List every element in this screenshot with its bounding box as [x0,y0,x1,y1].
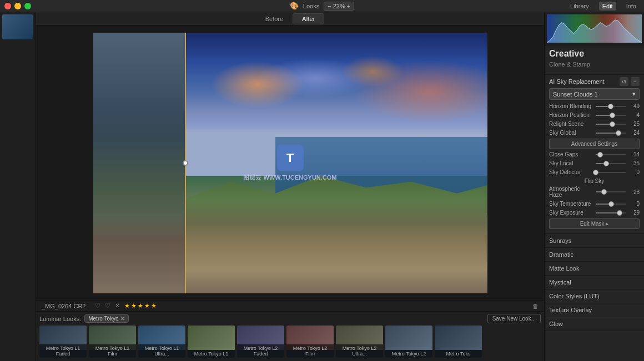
slider-track-9[interactable] [596,212,626,213]
ai-sky-section: AI Sky Replacement ↺ − Sunset Clouds 1 ▾… [545,75,644,234]
section-matte-look[interactable]: Matte Look [545,262,644,276]
look-thumb-4[interactable]: Metro Tokyo L2 Faded [237,326,284,358]
sky-title: AI Sky Replacement [549,78,605,85]
slider-atmo-haze: Atmospheric Haze 28 [549,186,640,198]
section-sunrays[interactable]: Sunrays [545,234,644,248]
panel-subtitle[interactable]: Clone & Stamp [549,61,640,68]
look-thumb-2[interactable]: Metro Tokyo L1 Ultra... [138,326,185,358]
look-thumb-image-8 [435,326,482,350]
look-thumb-image-3 [188,326,235,350]
slider-sky-global: Sky Global 24 [549,130,640,136]
star-1[interactable]: ★ [124,302,130,309]
save-look-button[interactable]: Save New Look... [487,314,541,323]
sky-collapse-icon[interactable]: − [631,77,640,86]
zoom-control[interactable]: − 22% + [324,2,354,11]
filmstrip-thumb[interactable] [2,14,33,39]
delete-icon[interactable]: 🗑 [532,303,539,309]
star-2[interactable]: ★ [131,302,137,309]
tab-after[interactable]: After [293,13,324,24]
star-4[interactable]: ★ [144,302,150,309]
photo-before [93,33,185,293]
look-thumb-5[interactable]: Metro Tokyo L2 Film [286,326,334,358]
slider-track-7[interactable] [596,191,626,192]
slider-track-0[interactable] [596,106,626,107]
app-icon: 🎨 [290,2,299,10]
sky-preset-value: Sunset Clouds 1 [553,91,598,98]
photo-after [185,33,487,293]
look-thumb-3[interactable]: Metro Tokyo L1 [188,326,235,358]
look-thumb-label-0: Metro Tokyo L1 Faded [39,344,87,358]
section-label-color-styles: Color Styles (LUT) [549,293,599,299]
section-dramatic[interactable]: Dramatic [545,248,644,262]
advanced-settings-button[interactable]: Advanced Settings [549,139,640,149]
rating-stars[interactable]: ★ ★ ★ ★ ★ [124,302,157,309]
tab-before[interactable]: Before [256,13,293,24]
section-label-matte: Matte Look [549,265,579,272]
look-thumb-label-5: Metro Tokyo L2 Film [286,344,334,358]
flip-sky-row: Flip Sky [549,178,640,184]
sky-reset-icon[interactable]: ↺ [620,77,628,86]
slider-label-4: Close Gaps [549,151,593,157]
minimize-button[interactable] [14,3,21,9]
section-color-styles[interactable]: Color Styles (LUT) [545,289,644,303]
slider-track-1[interactable] [596,115,626,116]
histogram-bg [547,14,642,43]
slider-track-3[interactable] [596,133,626,134]
looks-label: Luminar Looks: [39,316,81,322]
nav-tab-info[interactable]: Info [623,2,640,11]
star-3[interactable]: ★ [138,302,143,309]
canvas-area[interactable]: T 图层云 WWW.TUCENGYUN.COM [36,26,544,300]
slider-value-7: 28 [628,189,640,195]
thumb-image [2,14,33,39]
split-line[interactable] [185,33,186,293]
slider-track-5[interactable] [596,163,626,164]
slider-label-7: Atmospheric Haze [549,186,593,198]
look-thumb-7[interactable]: Metro Tokyo L2 [385,326,432,358]
split-handle[interactable] [183,160,188,166]
section-label-glow: Glow [549,321,563,327]
nav-tab-library[interactable]: Library [567,2,592,11]
main-layout: Before After [0,12,644,361]
dislike-icon[interactable]: ✕ [115,302,120,309]
view-tabs: Before After [36,12,544,26]
photo-container: T 图层云 WWW.TUCENGYUN.COM [93,33,487,293]
look-thumb-0[interactable]: Metro Tokyo L1 Faded [39,326,87,358]
looks-tag[interactable]: Metro Tokyo ✕ [84,314,128,323]
maximize-button[interactable] [24,3,31,9]
slider-sky-defocus: Sky Defocus 0 [549,169,640,175]
center-panel: Before After [36,12,544,361]
look-thumb-6[interactable]: Metro Tokyo L2 Ultra... [336,326,383,358]
sky-preset-dropdown[interactable]: Sunset Clouds 1 ▾ [549,88,640,100]
traffic-lights [4,3,31,9]
slider-thumb-8 [608,201,614,207]
section-texture-overlay[interactable]: Texture Overlay [545,303,644,317]
section-glow[interactable]: Glow [545,317,644,331]
flip-sky-button[interactable]: Flip Sky [585,178,605,184]
filename: _MG_0264.CR2 [42,303,86,309]
look-thumb-1[interactable]: Metro Tokyo L1 Film [89,326,136,358]
star-5[interactable]: ★ [151,302,157,309]
look-thumb-label-3: Metro Tokyo L1 [188,350,235,358]
like-icon[interactable]: ♡ [105,302,110,309]
section-mystical[interactable]: Mystical [545,276,644,289]
histogram [545,12,644,45]
look-thumb-label-6: Metro Tokyo L2 Ultra... [336,344,383,358]
slider-track-4[interactable] [596,154,626,155]
edit-mask-button[interactable]: Edit Mask ▸ [549,218,640,229]
slider-track-6[interactable] [596,172,626,173]
nav-tab-edit[interactable]: Edit [599,2,616,11]
zoom-plus[interactable]: + [347,3,350,9]
zoom-minus[interactable]: − [328,3,331,9]
slider-track-8[interactable] [596,204,626,205]
slider-label-5: Sky Local [549,160,593,166]
heart-icon[interactable]: ♡ [95,302,100,309]
panel-title: Creative [549,49,640,59]
look-thumb-8[interactable]: Metro Toks [435,326,482,358]
app-name: Looks [303,3,319,9]
slider-track-2[interactable] [596,124,626,125]
close-button[interactable] [4,3,11,9]
look-thumb-label-1: Metro Tokyo L1 Film [89,344,136,358]
slider-value-5: 35 [628,160,640,166]
section-label-dramatic: Dramatic [549,251,573,258]
looks-tag-close[interactable]: ✕ [120,316,125,322]
